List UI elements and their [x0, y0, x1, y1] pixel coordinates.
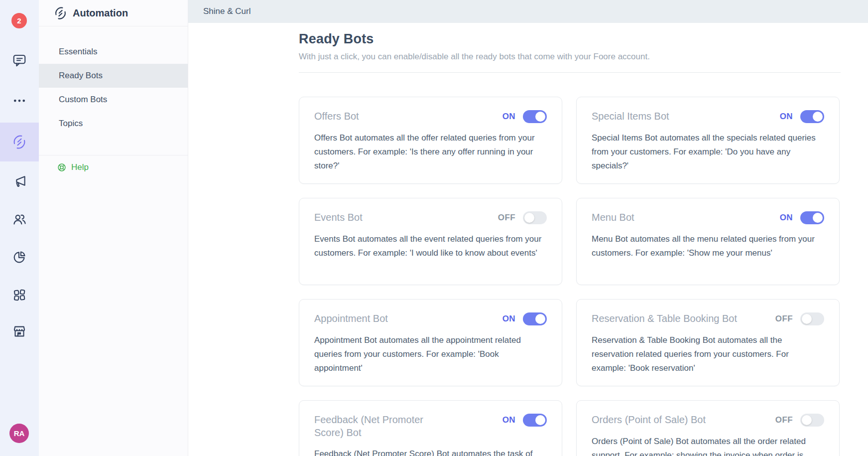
toggle-knob	[802, 415, 812, 425]
rail-item-contacts[interactable]	[0, 200, 39, 239]
ready-bots-page: Ready Bots With just a click, you can en…	[188, 23, 868, 456]
bot-name: Reservation & Table Booking Bot	[592, 312, 737, 325]
store-icon	[12, 324, 27, 339]
toggle-state-label: OFF	[498, 213, 515, 223]
bot-description: Offers Bot automates all the offer relat…	[314, 131, 547, 173]
bot-toggle[interactable]	[523, 312, 547, 325]
toggle-knob	[813, 112, 823, 122]
main-area: Shine & Curl Ready Bots With just a clic…	[188, 0, 868, 456]
toggle-knob	[524, 213, 534, 223]
bot-toggle[interactable]	[523, 414, 547, 427]
megaphone-icon	[12, 173, 27, 188]
bot-name: Orders (Point of Sale) Bot	[592, 413, 706, 426]
header-divider	[299, 72, 841, 73]
page-subtitle: With just a click, you can enable/disabl…	[299, 52, 841, 62]
bot-toggle[interactable]	[800, 211, 824, 224]
bot-card-feedback-nps: Feedback (Net Promoter Score) Bot ON Fee…	[299, 400, 562, 456]
bot-card-appointment: Appointment Bot ON Appointment Bot autom…	[299, 299, 562, 386]
toggle-state-label: OFF	[775, 415, 793, 425]
bot-toggle[interactable]	[523, 211, 547, 224]
bot-name: Feedback (Net Promoter Score) Bot	[314, 413, 434, 439]
bot-toggle[interactable]	[800, 110, 824, 123]
automation-sidebar: Automation Essentials Ready Bots Custom …	[39, 0, 188, 456]
sidebar-item-topics[interactable]: Topics	[39, 112, 188, 136]
rail-item-automation[interactable]	[0, 123, 39, 161]
rail-item-apps[interactable]	[0, 276, 39, 314]
rail-item-chat[interactable]	[0, 41, 39, 80]
bot-name: Menu Bot	[592, 211, 634, 224]
bot-card-special-items: Special Items Bot ON Special Items Bot a…	[576, 97, 840, 184]
toggle-knob	[535, 314, 545, 324]
app-root: 2	[0, 0, 868, 456]
notification-badge[interactable]: 2	[11, 13, 27, 28]
rail-item-store[interactable]	[0, 312, 39, 351]
sidebar-header: Automation	[39, 0, 188, 26]
bot-description: Orders (Point of Sale) Bot automates all…	[592, 435, 824, 456]
bot-toggle[interactable]	[800, 414, 824, 427]
bot-toggle[interactable]	[523, 110, 547, 123]
bot-grid: Offers Bot ON Offers Bot automates all t…	[299, 97, 841, 456]
toggle-state-label: ON	[502, 415, 515, 425]
bot-name: Special Items Bot	[592, 110, 669, 123]
toggle-knob	[802, 314, 812, 324]
sidebar-item-custom-bots[interactable]: Custom Bots	[39, 88, 188, 112]
contacts-icon	[12, 212, 27, 227]
toggle-knob	[535, 415, 545, 425]
toggle-state-label: ON	[502, 112, 515, 122]
rail-item-broadcast[interactable]	[0, 161, 39, 200]
help-link[interactable]: Help	[39, 155, 188, 179]
user-avatar[interactable]: RA	[9, 424, 29, 443]
pie-chart-icon	[12, 250, 27, 265]
bot-name: Offers Bot	[314, 110, 359, 123]
bot-card-events: Events Bot OFF Events Bot automates all …	[299, 198, 562, 285]
rail-item-more[interactable]	[0, 81, 39, 120]
toggle-knob	[813, 213, 823, 223]
bot-card-orders-pos: Orders (Point of Sale) Bot OFF Orders (P…	[576, 400, 840, 456]
lifebuoy-icon	[57, 162, 67, 172]
automation-logo-icon	[54, 6, 67, 20]
more-icon	[12, 93, 27, 108]
bot-description: Feedback (Net Promoter Score) Bot automa…	[314, 447, 547, 456]
automation-icon	[12, 135, 27, 150]
toggle-state-label: ON	[502, 314, 515, 324]
bot-description: Events Bot automates all the event relat…	[314, 232, 547, 260]
apps-icon	[12, 288, 27, 303]
chat-icon	[12, 53, 27, 68]
bot-description: Special Items Bot automates all the spec…	[592, 131, 824, 173]
sidebar-title: Automation	[73, 7, 128, 19]
bot-toggle[interactable]	[800, 312, 824, 325]
help-label: Help	[71, 162, 89, 172]
sidebar-items: Essentials Ready Bots Custom Bots Topics	[39, 26, 188, 136]
bot-card-reservation: Reservation & Table Booking Bot OFF Rese…	[576, 299, 840, 386]
bot-card-menu: Menu Bot ON Menu Bot automates all the m…	[576, 198, 840, 285]
bot-description: Menu Bot automates all the menu related …	[592, 232, 824, 260]
bot-description: Reservation & Table Booking Bot automate…	[592, 333, 824, 375]
sidebar-item-ready-bots[interactable]: Ready Bots	[39, 64, 188, 88]
bot-description: Appointment Bot automates all the appoin…	[314, 333, 547, 375]
toggle-state-label: OFF	[775, 314, 793, 324]
bot-name: Events Bot	[314, 211, 363, 224]
bot-name: Appointment Bot	[314, 312, 388, 325]
icon-rail: 2	[0, 0, 39, 456]
toggle-state-label: ON	[780, 112, 793, 122]
rail-item-analytics[interactable]	[0, 238, 39, 277]
bot-card-offers: Offers Bot ON Offers Bot automates all t…	[299, 97, 562, 184]
topbar: Shine & Curl	[188, 0, 868, 23]
sidebar-item-essentials[interactable]: Essentials	[39, 40, 188, 64]
page-title: Ready Bots	[299, 31, 841, 47]
toggle-knob	[535, 112, 545, 122]
toggle-state-label: ON	[780, 213, 793, 223]
business-name: Shine & Curl	[203, 6, 250, 16]
